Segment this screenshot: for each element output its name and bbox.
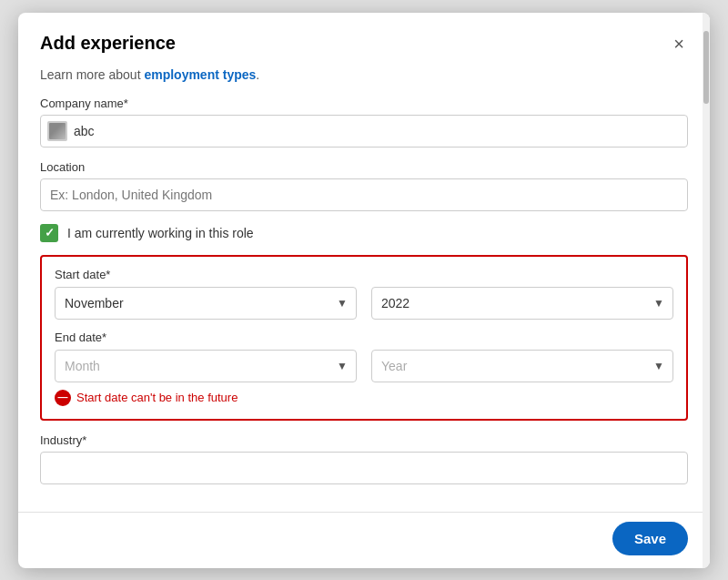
error-icon: — (55, 390, 71, 406)
start-date-row: November JanuaryFebruaryMarch AprilMayJu… (55, 287, 673, 320)
location-label: Location (40, 160, 688, 174)
company-input-wrap (40, 115, 688, 148)
currently-working-label: I am currently working in this role (67, 226, 254, 240)
modal-header: Add experience × (18, 13, 710, 67)
close-button[interactable]: × (670, 31, 688, 56)
start-year-wrap: 2022 202420232021 202020192018 ▼ (371, 287, 673, 320)
error-minus-icon: — (58, 392, 68, 402)
start-date-label: Start date* (55, 268, 673, 281)
location-field: Location (40, 160, 688, 211)
modal-footer: Save (18, 512, 710, 568)
modal-body: Learn more about employment types. Compa… (18, 67, 710, 512)
scrollbar-thumb[interactable] (703, 31, 709, 104)
company-icon (47, 121, 67, 141)
error-message: Start date can't be in the future (76, 391, 238, 404)
currently-working-checkbox[interactable]: ✓ (40, 224, 58, 242)
info-text: Learn more about employment types. (40, 67, 688, 82)
end-year-wrap: Year 202420232022 202120202019 ▼ (371, 350, 673, 382)
company-name-field: Company name* (40, 97, 688, 148)
checkmark-icon: ✓ (45, 227, 55, 239)
industry-select[interactable] (40, 452, 688, 484)
info-suffix: . (256, 67, 259, 82)
save-button[interactable]: Save (612, 522, 688, 555)
currently-working-row: ✓ I am currently working in this role (40, 224, 688, 242)
modal-overlay: Add experience × Learn more about employ… (0, 0, 728, 580)
end-date-label: End date* (55, 331, 673, 344)
company-name-input[interactable] (40, 115, 688, 148)
error-row: — Start date can't be in the future (55, 390, 673, 406)
start-month-select[interactable]: November JanuaryFebruaryMarch AprilMayJu… (55, 287, 357, 320)
industry-label: Industry* (40, 433, 688, 447)
end-date-row: Month JanuaryFebruaryMarch AprilMayJune … (55, 350, 673, 382)
end-month-select[interactable]: Month JanuaryFebruaryMarch AprilMayJune … (55, 350, 357, 382)
info-prefix: Learn more about (40, 67, 144, 82)
modal-title: Add experience (40, 33, 176, 54)
company-icon-inner (49, 123, 66, 139)
end-year-select[interactable]: Year 202420232022 202120202019 (371, 350, 673, 382)
end-date-group: End date* Month JanuaryFebruaryMarch Apr… (55, 331, 673, 382)
start-month-wrap: November JanuaryFebruaryMarch AprilMayJu… (55, 287, 357, 320)
start-date-group: Start date* November JanuaryFebruaryMarc… (55, 268, 673, 320)
employment-types-link[interactable]: employment types (144, 67, 256, 82)
industry-field: Industry* (40, 433, 688, 484)
date-section: Start date* November JanuaryFebruaryMarc… (40, 255, 688, 421)
add-experience-modal: Add experience × Learn more about employ… (18, 13, 710, 568)
start-year-select[interactable]: 2022 202420232021 202020192018 (371, 287, 673, 320)
location-input[interactable] (40, 178, 688, 211)
industry-select-wrap (40, 452, 688, 484)
company-name-label: Company name* (40, 97, 688, 110)
end-month-wrap: Month JanuaryFebruaryMarch AprilMayJune … (55, 350, 357, 382)
scrollbar-track[interactable] (703, 13, 710, 568)
